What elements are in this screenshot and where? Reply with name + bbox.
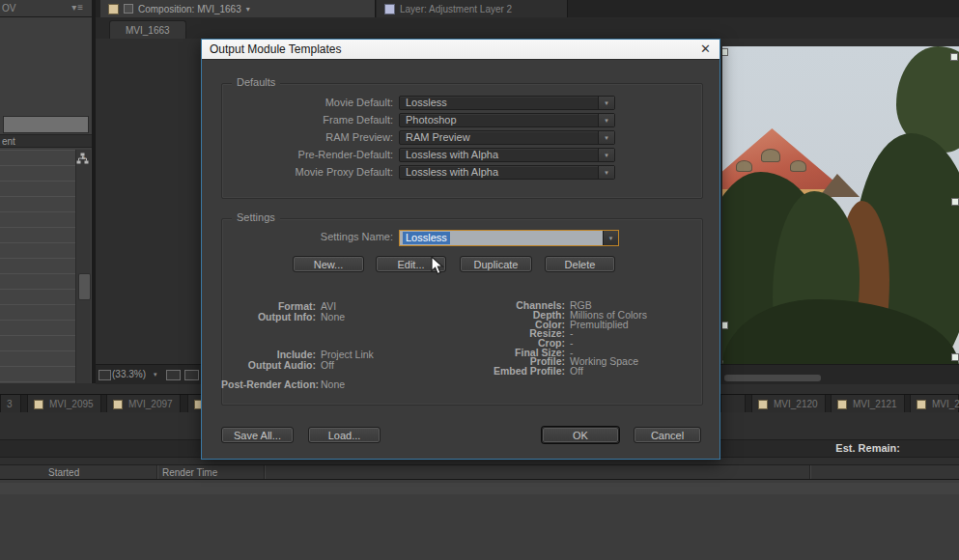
tab-composition[interactable]: Composition: MVI_1663 [100,0,376,17]
output-module-templates-dialog: Output Module Templates ✕ Defaults Movie… [201,39,720,460]
zoom-level-control[interactable]: (33.3%) [112,369,146,379]
delete-button[interactable]: Delete [545,256,615,272]
queue-tab-label: 3 [7,399,13,409]
viewer-subtab-row: MVI_1663 [96,17,959,40]
column-divider[interactable] [264,465,265,480]
grid-options-icon[interactable] [166,370,181,380]
settings-name-combobox[interactable]: Lossless [399,230,619,246]
queue-tab[interactable]: MVI_2097 [106,395,181,413]
after-effects-window: OV ent Composition: MVI_1663 Laye [0,0,959,560]
chevron-down-icon [598,149,614,161]
tab-composition-label: Composition: MVI_1663 [138,4,241,14]
save-all-button[interactable]: Save All... [221,427,294,443]
movie-default-row: Movie Default: Lossless [221,96,675,110]
info-row: Output Info:None [221,311,345,322]
info-row: Embed Profile:Off [453,365,583,377]
selection-handle[interactable] [951,198,959,206]
mask-options-icon[interactable] [184,370,199,380]
queue-tab-label: MVI_21 [932,399,959,409]
queue-tab[interactable]: MVI_2121 [831,395,905,413]
left-panel-tab-label[interactable]: OV [2,3,15,14]
comp-color-swatch-icon [758,400,768,409]
info-row: Output Audio:Off [221,359,334,371]
selection-handle[interactable] [951,353,959,361]
tab-layer[interactable]: Layer: Adjustment Layer 2 [377,0,568,17]
ram-preview-row: RAM Preview: RAM Preview [221,130,675,145]
chevron-down-icon[interactable] [154,371,157,378]
selection-handle[interactable] [722,48,728,56]
cancel-button[interactable]: Cancel [634,427,701,443]
dormer-window [761,149,780,162]
viewer-tool-icon[interactable] [99,370,111,380]
movie-default-dropdown[interactable]: Lossless [399,96,615,110]
subtab-mvi-1663[interactable]: MVI_1663 [109,20,186,40]
dialog-title: Output Module Templates [210,42,342,56]
ram-preview-dropdown[interactable]: RAM Preview [399,130,615,145]
queue-tab[interactable]: MVI_2095 [27,395,101,413]
load-button[interactable]: Load... [308,427,381,443]
footer-strip [0,483,959,494]
chevron-down-icon [598,97,614,109]
chevron-down-icon [598,166,614,179]
queue-tab-partial[interactable] [720,395,746,413]
left-panel-field[interactable] [3,116,89,133]
hierarchy-icon [76,153,89,164]
left-panel-column-header: ent [0,134,92,148]
selection-handle[interactable] [950,53,958,61]
dormer-window [790,160,806,172]
tab-layer-label: Layer: Adjustment Layer 2 [400,4,512,14]
layer-color-swatch-icon [384,4,395,14]
queue-tab-label: MVI_2095 [49,399,94,409]
column-divider[interactable] [809,465,810,480]
comp-color-swatch-icon [917,400,926,409]
field-label: Pre-Render-Default: [221,148,393,162]
info-row: Post-Render Action:None [221,378,345,390]
dormer-window [736,160,752,172]
queue-tab-label: MVI_2121 [853,399,897,409]
comp-color-swatch-icon [113,400,123,409]
scrollbar-thumb[interactable] [78,273,91,300]
viewer-tab-bar: Composition: MVI_1663 Layer: Adjustment … [96,0,959,17]
queue-tab-partial[interactable]: 3 [0,395,21,413]
queue-tab-partial[interactable]: MVI_21 [910,395,959,413]
composition-image[interactable] [722,46,959,364]
panel-menu-icon[interactable] [71,2,84,13]
column-started[interactable]: Started [48,467,79,478]
comp-color-swatch-icon [34,400,43,409]
comp-color-swatch-icon [108,4,119,14]
movie-proxy-default-row: Movie Proxy Default: Lossless with Alpha [221,165,675,180]
field-label: Movie Default: [221,96,393,110]
defaults-legend: Defaults [232,76,280,88]
queue-tab[interactable]: MVI_2120 [751,395,826,413]
column-render-time[interactable]: Render Time [162,467,217,478]
field-label: Settings Name: [221,230,393,244]
comp-color-swatch-icon [837,400,847,409]
horizontal-scrollbar-thumb[interactable] [724,375,821,381]
left-panel-scrollbar[interactable] [75,150,91,383]
settings-name-input[interactable]: Lossless [400,231,604,245]
duplicate-button[interactable]: Duplicate [460,256,532,272]
chevron-down-icon [598,114,614,126]
dialog-titlebar[interactable]: Output Module Templates ✕ [202,40,719,60]
frame-default-row: Frame Default: Photoshop [221,113,675,127]
pre-render-default-dropdown[interactable]: Lossless with Alpha [399,148,615,162]
column-header-fragment: ent [2,136,15,147]
new-button[interactable]: New... [293,256,364,272]
ok-button[interactable]: OK [542,427,619,443]
movie-proxy-default-dropdown[interactable]: Lossless with Alpha [399,165,615,180]
field-label: Frame Default: [221,113,393,127]
queue-tab-label: MVI_2120 [774,399,818,409]
left-panel-list[interactable] [0,150,75,383]
chevron-down-icon[interactable] [603,231,618,245]
chevron-down-icon [598,131,614,144]
render-queue-footer [0,479,959,560]
close-icon[interactable]: ✕ [700,42,711,57]
settings-legend: Settings [232,211,280,223]
column-divider[interactable] [156,465,157,480]
settings-name-row: Settings Name: Lossless [221,230,675,244]
chevron-down-icon[interactable] [246,5,250,14]
frame-default-dropdown[interactable]: Photoshop [399,113,615,127]
composition-mini-icon [124,4,133,14]
est-remain-label: Est. Remain: [835,442,900,454]
selection-handle[interactable] [722,322,728,329]
